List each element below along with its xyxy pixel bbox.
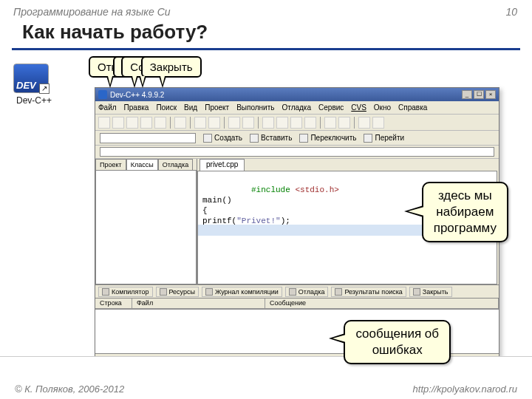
insert-icon [250,134,259,143]
goto-field[interactable] [100,147,494,157]
goto-icon [364,134,372,143]
toolbar-secondary: Создать Вставить Переключить Перейти [95,131,499,146]
tab-debug[interactable]: Отладка [158,159,194,170]
toolbar-sep [258,117,259,129]
left-panel: Проект Классы Отладка [95,159,197,284]
tb-undo-icon[interactable] [194,117,206,129]
close-button[interactable]: × [485,90,496,99]
menu-help[interactable]: Справка [398,103,427,112]
tb-misc2-icon[interactable] [338,117,350,129]
menu-tools[interactable]: Сервис [318,103,344,112]
shortcut-arrow-icon: ↗ [39,83,50,94]
callout-close: Закрыть [141,56,202,78]
code-line: main() [202,196,232,205]
t2-toggle[interactable]: Переключить [299,134,356,143]
btab-compiler[interactable]: Компилятор [98,287,153,297]
maximize-button[interactable]: ☐ [474,90,484,99]
tb-replace-icon[interactable] [242,117,254,129]
class-browser[interactable] [95,170,197,284]
callout-errors: сообщения об ошибках [344,320,451,364]
message-columns: Строка Файл Сообщение [95,298,499,309]
shortcut-label: Dev-C++ [13,95,55,106]
desktop-shortcut[interactable]: DEV ↗ Dev-C++ [13,64,55,106]
toolbar-sep [170,117,171,129]
menu-cvs[interactable]: CVS [351,103,366,112]
tb-print-icon[interactable] [174,117,186,129]
code-line: { [202,206,208,215]
tb-compile-icon[interactable] [262,117,274,129]
toggle-icon [299,134,308,143]
tb-new-icon[interactable] [98,117,110,129]
menu-view[interactable]: Вид [184,103,197,112]
code-line: #include [251,185,295,194]
minimize-button[interactable]: _ [462,90,472,99]
t2-create[interactable]: Создать [203,134,242,143]
col-message[interactable]: Сообщение [265,299,499,309]
ide-titlebar[interactable]: Dev-C++ 4.9.9.2 _ ☐ × [95,88,499,101]
btab-log[interactable]: Журнал компиляции [202,287,282,297]
tb-close-icon[interactable] [154,117,166,129]
output-tabs: Компилятор Ресурсы Журнал компиляции Отл… [95,284,499,298]
menu-file[interactable]: Файл [98,103,117,112]
menu-project[interactable]: Проект [205,103,229,112]
res-icon [160,288,167,296]
grid-icon [102,288,109,296]
t2-goto[interactable]: Перейти [364,134,404,143]
footer-url: http://kpolyakov.narod.ru [413,383,517,395]
goto-bar [95,146,499,159]
menu-search[interactable]: Поиск [156,103,177,112]
tab-classes[interactable]: Классы [126,159,158,170]
code-line: <stdio.h> [295,185,338,194]
btab-resources[interactable]: Ресурсы [156,287,200,297]
tb-help-icon[interactable] [358,117,370,129]
x-icon [413,288,420,296]
toolbar-sep [224,117,225,129]
col-line[interactable]: Строка [95,299,132,309]
tab-project[interactable]: Проект [95,159,126,170]
log-icon [205,288,213,296]
app-icon [98,90,107,99]
icon-text: DEV [14,78,38,92]
menu-window[interactable]: Окно [374,103,391,112]
page-number: 10 [505,6,517,18]
toolbar-sep [190,117,191,129]
btab-results[interactable]: Результаты поиска [331,287,406,297]
tb-find-icon[interactable] [228,117,240,129]
menu-edit[interactable]: Правка [124,103,149,112]
ide-title: Dev-C++ 4.9.9.2 [110,91,164,99]
btab-debug[interactable]: Отладка [285,287,329,297]
tb-open-icon[interactable] [112,117,124,129]
tb-rebuild-icon[interactable] [290,117,302,129]
copyright: © К. Поляков, 2006-2012 [15,383,124,395]
tb-misc-icon[interactable] [324,117,336,129]
tb-debug-icon[interactable] [304,117,316,129]
tb-saveall-icon[interactable] [140,117,152,129]
menu-bar[interactable]: Файл Правка Поиск Вид Проект Выполнить О… [95,101,499,115]
toolbar-sep [320,117,321,129]
toolbar-main [95,115,499,131]
tb-save-icon[interactable] [126,117,138,129]
menu-execute[interactable]: Выполнить [236,103,274,112]
col-file[interactable]: Файл [132,299,265,309]
config-combo[interactable] [100,133,196,143]
check-icon [289,288,296,296]
btab-close[interactable]: Закрыть [409,287,452,297]
toolbar-sep [354,117,355,129]
course-name: Программирование на языке Си [13,6,171,18]
tb-run-icon[interactable] [276,117,288,129]
menu-debug[interactable]: Отладка [282,103,312,112]
tb-about-icon[interactable] [372,117,384,129]
search-icon [335,288,342,296]
callout-editor: здесь мы набираем программу [422,182,508,242]
tb-redo-icon[interactable] [208,117,220,129]
file-tab[interactable]: privet.cpp [200,159,245,171]
page-title: Как начать работу? [0,21,532,48]
t2-insert[interactable]: Вставить [250,134,292,143]
plus-icon [203,134,212,143]
